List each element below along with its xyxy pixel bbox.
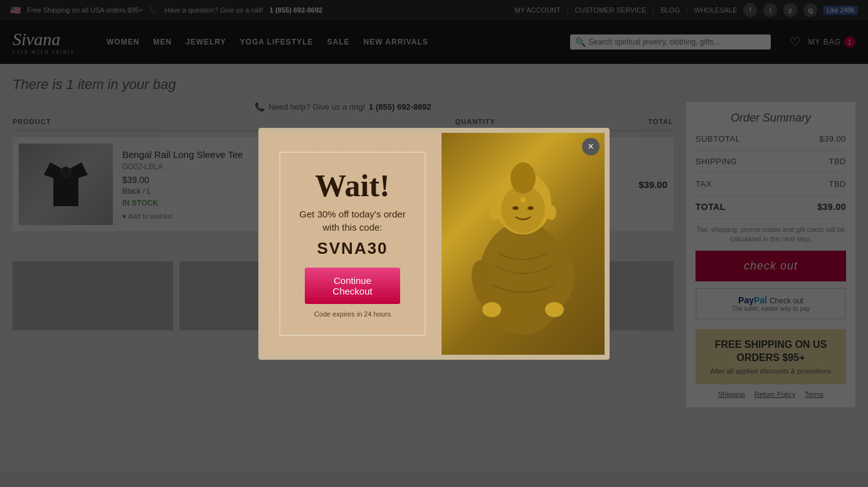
modal-right-panel [442, 133, 605, 355]
modal-wait-text: Wait! [315, 170, 389, 201]
promo-modal: × Wait! Get 30% off today's order with t… [258, 128, 610, 360]
buddha-image [442, 133, 605, 355]
modal-content: Wait! Get 30% off today's order with thi… [279, 152, 426, 336]
modal-expires-text: Code expires in 24 hours [314, 310, 391, 318]
svg-point-5 [527, 206, 534, 210]
modal-continue-button[interactable]: Continue Checkout [305, 268, 400, 304]
svg-point-7 [546, 205, 556, 220]
modal-promo-code: SVNA30 [317, 239, 388, 258]
svg-point-8 [511, 162, 536, 194]
svg-point-4 [512, 206, 519, 210]
modal-subtitle: Get 30% off today's order with this code… [293, 207, 412, 234]
close-icon: × [588, 141, 593, 152]
modal-overlay[interactable]: × Wait! Get 30% off today's order with t… [0, 0, 868, 487]
svg-point-6 [490, 205, 500, 220]
svg-point-13 [521, 197, 526, 202]
modal-close-button[interactable]: × [582, 138, 600, 155]
svg-point-12 [545, 302, 564, 317]
svg-point-11 [482, 302, 501, 317]
modal-left-panel: Wait! Get 30% off today's order with thi… [263, 133, 442, 355]
